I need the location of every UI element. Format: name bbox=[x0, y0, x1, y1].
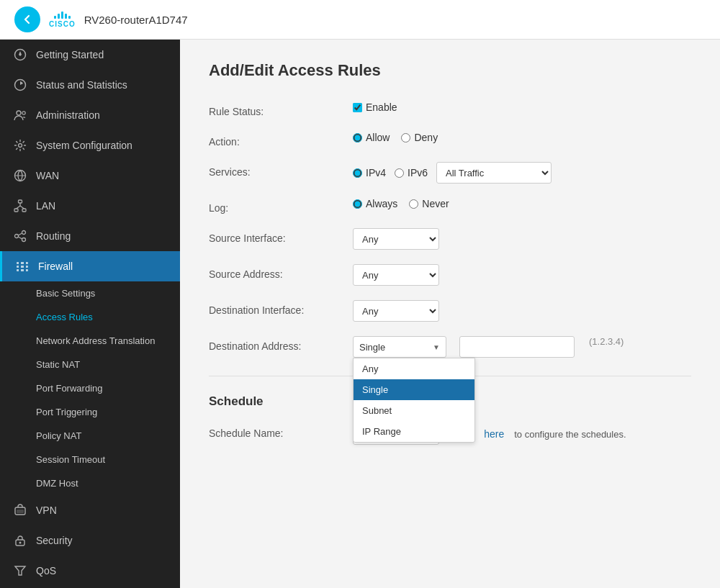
svg-rect-18 bbox=[17, 262, 28, 264]
log-always-label[interactable]: Always bbox=[353, 198, 397, 209]
dest-address-dropdown-container[interactable]: Single ▼ bbox=[353, 336, 446, 358]
sidebar-item-security[interactable]: Security bbox=[0, 525, 180, 556]
sidebar-item-administration[interactable]: Administration bbox=[0, 100, 180, 130]
log-always-text: Always bbox=[366, 198, 397, 209]
svg-rect-9 bbox=[22, 209, 26, 212]
action-allow-radio[interactable] bbox=[353, 133, 362, 143]
sidebar-item-wan[interactable]: WAN bbox=[0, 160, 180, 191]
sidebar-label-security: Security bbox=[36, 535, 73, 546]
sidebar-sub-static-nat[interactable]: Static NAT bbox=[0, 353, 180, 376]
action-label: Action: bbox=[209, 132, 353, 148]
dest-dropdown-arrow: ▼ bbox=[433, 343, 440, 351]
sidebar-item-lan[interactable]: LAN bbox=[0, 191, 180, 221]
gear-icon bbox=[13, 138, 27, 153]
svg-rect-7 bbox=[19, 200, 22, 203]
action-deny-label[interactable]: Deny bbox=[401, 132, 438, 143]
svg-line-11 bbox=[17, 206, 21, 209]
source-address-dropdown[interactable]: Any Single Subnet IP Range bbox=[353, 264, 439, 286]
users-icon bbox=[13, 108, 27, 122]
sidebar-item-routing[interactable]: Routing bbox=[0, 221, 180, 251]
sidebar-sub-access-rules[interactable]: Access Rules bbox=[0, 305, 180, 329]
svg-marker-1 bbox=[19, 51, 22, 56]
rule-status-control: Enable bbox=[353, 101, 397, 113]
sidebar-item-getting-started[interactable]: Getting Started bbox=[0, 40, 180, 70]
main-content: Add/Edit Access Rules Rule Status: Enabl… bbox=[180, 40, 720, 588]
action-row: Action: Allow Deny bbox=[209, 132, 691, 148]
network-icon bbox=[13, 199, 27, 213]
services-dropdown[interactable]: All Traffic HTTP HTTPS FTP SSH bbox=[436, 162, 552, 184]
dest-interface-row: Destination Interface: Any WAN LAN DMZ bbox=[209, 300, 691, 322]
svg-rect-21 bbox=[19, 261, 21, 272]
header: CISCO RV260-routerA1D747 bbox=[0, 0, 720, 40]
log-always-radio[interactable] bbox=[353, 199, 362, 209]
action-allow-text: Allow bbox=[366, 132, 390, 143]
log-label: Log: bbox=[209, 198, 353, 214]
sidebar-sub-port-forwarding[interactable]: Port Forwarding bbox=[0, 376, 180, 400]
source-interface-dropdown[interactable]: Any WAN LAN DMZ bbox=[353, 228, 439, 250]
sidebar-label-qos: QoS bbox=[36, 565, 56, 576]
sidebar-label-routing: Routing bbox=[36, 230, 71, 242]
sidebar: Getting Started Status and Statistics bbox=[0, 40, 180, 588]
rule-status-checkbox[interactable] bbox=[353, 103, 362, 112]
sidebar-sub-policy-nat[interactable]: Policy NAT bbox=[0, 424, 180, 448]
sidebar-sub-session-timeout[interactable]: Session Timeout bbox=[0, 448, 180, 471]
vpn-icon bbox=[13, 503, 27, 517]
sidebar-sub-port-triggering[interactable]: Port Triggering bbox=[0, 400, 180, 424]
dest-address-row: Destination Address: Single ▼ Any Single… bbox=[209, 336, 691, 358]
sidebar-sub-dmz-host[interactable]: DMZ Host bbox=[0, 471, 180, 495]
sidebar-label-lan: LAN bbox=[36, 200, 55, 212]
sidebar-sub-label-session-timeout: Session Timeout bbox=[36, 454, 105, 465]
dest-option-single[interactable]: Single bbox=[354, 379, 474, 400]
sidebar-sub-label-nat: Network Address Translation bbox=[36, 335, 155, 346]
log-never-label[interactable]: Never bbox=[409, 198, 449, 209]
sidebar-item-qos[interactable]: QoS bbox=[0, 556, 180, 586]
source-address-control: Any Single Subnet IP Range bbox=[353, 264, 439, 286]
sidebar-item-firewall[interactable]: Firewall bbox=[0, 251, 180, 281]
sidebar-sub-label-port-triggering: Port Triggering bbox=[36, 407, 97, 417]
schedule-here-link[interactable]: here bbox=[484, 428, 504, 440]
sidebar-item-vpn[interactable]: VPN bbox=[0, 495, 180, 525]
log-never-radio[interactable] bbox=[409, 199, 418, 209]
sidebar-item-status[interactable]: Status and Statistics bbox=[0, 70, 180, 100]
dest-option-subnet[interactable]: Subnet bbox=[354, 400, 474, 421]
dest-interface-dropdown[interactable]: Any WAN LAN DMZ bbox=[353, 300, 439, 322]
dest-address-dropdown: Any Single Subnet IP Range bbox=[353, 358, 475, 443]
main-layout: Getting Started Status and Statistics bbox=[0, 40, 720, 588]
globe-icon bbox=[13, 168, 27, 183]
dest-option-any[interactable]: Any bbox=[354, 358, 474, 379]
action-deny-radio[interactable] bbox=[401, 133, 410, 143]
page-title: Add/Edit Access Rules bbox=[209, 61, 691, 80]
svg-line-16 bbox=[19, 233, 22, 235]
back-button[interactable] bbox=[14, 6, 40, 32]
dest-address-text-input[interactable] bbox=[459, 336, 575, 358]
services-ipv4-label[interactable]: IPv4 bbox=[353, 167, 386, 178]
routing-icon bbox=[13, 229, 27, 243]
sidebar-sub-basic-settings[interactable]: Basic Settings bbox=[0, 281, 180, 305]
dest-option-iprange[interactable]: IP Range bbox=[354, 421, 474, 442]
compass-icon bbox=[13, 48, 27, 62]
action-allow-label[interactable]: Allow bbox=[353, 132, 390, 143]
sidebar-sub-nat[interactable]: Network Address Translation bbox=[0, 329, 180, 353]
services-ipv4-radio[interactable] bbox=[353, 168, 362, 178]
sidebar-label-firewall: Firewall bbox=[38, 261, 73, 272]
access-rules-form: Rule Status: Enable Action: Allow bbox=[209, 101, 691, 445]
svg-rect-19 bbox=[17, 266, 28, 268]
source-address-row: Source Address: Any Single Subnet IP Ran… bbox=[209, 264, 691, 286]
svg-marker-27 bbox=[15, 566, 25, 575]
services-ipv6-radio[interactable] bbox=[395, 168, 404, 178]
rule-status-checkbox-label[interactable]: Enable bbox=[353, 101, 397, 113]
svg-point-4 bbox=[22, 112, 25, 114]
router-name: RV260-routerA1D747 bbox=[84, 14, 188, 26]
log-never-text: Never bbox=[422, 198, 449, 209]
chart-icon bbox=[13, 78, 27, 92]
source-address-label: Source Address: bbox=[209, 264, 353, 280]
services-label: Services: bbox=[209, 162, 353, 178]
dest-address-hint: (1.2.3.4) bbox=[589, 336, 624, 347]
sidebar-label-vpn: VPN bbox=[36, 505, 57, 516]
services-row: Services: IPv4 IPv6 All Traffic HTTP HTT… bbox=[209, 162, 691, 184]
rule-status-label: Rule Status: bbox=[209, 101, 353, 117]
services-ipv6-label[interactable]: IPv6 bbox=[395, 167, 428, 178]
sidebar-item-system-config[interactable]: System Configuration bbox=[0, 130, 180, 160]
dest-address-control: Single ▼ Any Single Subnet IP Range (1.2… bbox=[353, 336, 624, 358]
services-ipv4-text: IPv4 bbox=[366, 167, 386, 178]
